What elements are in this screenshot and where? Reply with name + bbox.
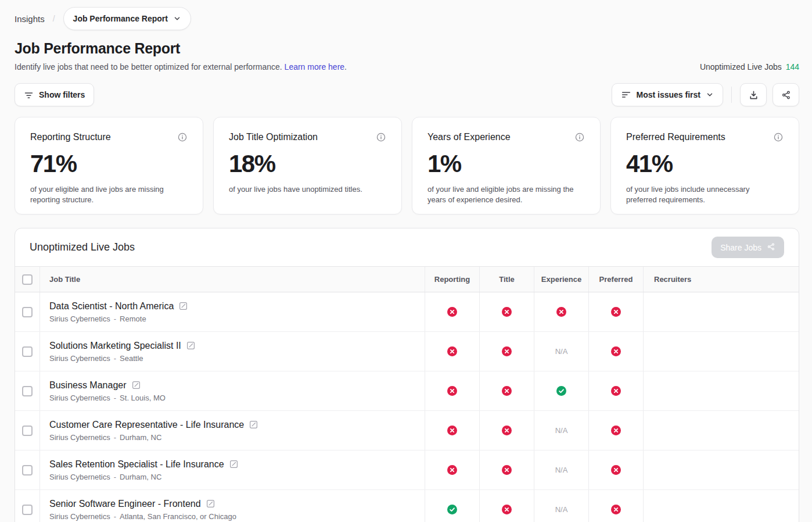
- row-checkbox[interactable]: [22, 426, 33, 436]
- page-title: Job Performance Report: [15, 40, 799, 57]
- stat-card-years-of-experience: Years of Experience 1% of your live and …: [412, 117, 601, 214]
- select-all-checkbox[interactable]: [22, 274, 33, 285]
- job-subtitle: Sirius Cybernetics-Durham, NC: [49, 473, 238, 481]
- stat-card-value: 1%: [427, 150, 585, 178]
- unoptimized-jobs-counter: Unoptimized Live Jobs 144: [700, 62, 799, 71]
- edit-icon[interactable]: [132, 381, 141, 389]
- x-circle-icon: [502, 465, 512, 475]
- status-preferred: [588, 451, 643, 489]
- show-filters-button[interactable]: Show filters: [15, 83, 94, 106]
- table-section-title: Unoptimized Live Jobs: [30, 241, 135, 253]
- download-icon: [748, 90, 759, 101]
- status-experience: [534, 371, 588, 410]
- info-icon[interactable]: [177, 132, 188, 142]
- x-circle-icon: [447, 426, 457, 435]
- stat-card-title: Job Title Optimization: [229, 132, 318, 142]
- table-row: Data Scientist - North America Sirius Cy…: [15, 292, 799, 332]
- unoptimized-jobs-panel: Unoptimized Live Jobs Share Jobs Job Tit…: [15, 228, 799, 522]
- report-selector-label: Job Performance Report: [73, 14, 168, 23]
- column-header-reporting: Reporting: [425, 267, 479, 292]
- status-preferred: [588, 292, 643, 331]
- breadcrumb-insights[interactable]: Insights: [15, 14, 45, 24]
- status-title: [479, 371, 534, 410]
- row-checkbox[interactable]: [22, 307, 33, 317]
- job-title-link[interactable]: Senior Software Engineer - Frontend: [49, 499, 201, 509]
- stat-card-value: 41%: [626, 150, 784, 178]
- row-checkbox[interactable]: [22, 346, 33, 357]
- column-header-experience: Experience: [534, 267, 588, 292]
- subtitle-separator: -: [114, 433, 116, 442]
- job-location: Remote: [120, 314, 146, 323]
- learn-more-link[interactable]: Learn more here: [285, 62, 345, 71]
- counter-label: Unoptimized Live Jobs: [700, 62, 782, 71]
- table-row: Solutions Marketing Specialist II Sirius…: [15, 332, 799, 371]
- job-title-link[interactable]: Business Manager: [49, 380, 127, 391]
- stat-card-value: 71%: [30, 150, 188, 178]
- subtitle-separator: -: [114, 512, 116, 521]
- job-subtitle: Sirius Cybernetics-Remote: [49, 314, 188, 323]
- status-reporting: [425, 371, 479, 410]
- toolbar-divider: [731, 87, 732, 103]
- share-jobs-button[interactable]: Share Jobs: [712, 237, 784, 258]
- status-preferred: [588, 371, 643, 410]
- job-performance-report-page: Insights / Job Performance Report Job Pe…: [0, 0, 812, 522]
- job-subtitle: Sirius Cybernetics-Durham, NC: [49, 433, 258, 442]
- job-company: Sirius Cybernetics: [49, 354, 110, 363]
- check-circle-icon: [556, 386, 566, 396]
- recruiters-cell: [643, 451, 799, 489]
- job-company: Sirius Cybernetics: [49, 433, 110, 442]
- row-checkbox[interactable]: [22, 465, 33, 475]
- job-subtitle: Sirius Cybernetics-St. Louis, MO: [49, 394, 166, 402]
- report-selector-dropdown[interactable]: Job Performance Report: [63, 7, 191, 30]
- download-button[interactable]: [740, 83, 767, 106]
- column-header-title: Title: [479, 267, 534, 292]
- edit-icon[interactable]: [229, 460, 238, 469]
- status-title: [479, 490, 534, 522]
- edit-icon[interactable]: [186, 341, 195, 350]
- x-circle-icon: [611, 465, 621, 475]
- job-title-link[interactable]: Solutions Marketing Specialist II: [49, 341, 181, 351]
- job-title-link[interactable]: Customer Care Representative - Life Insu…: [49, 420, 244, 430]
- x-circle-icon: [447, 386, 457, 396]
- recruiters-cell: [643, 490, 799, 522]
- sort-dropdown-label: Most issues first: [637, 90, 700, 99]
- column-header-recruiters: Recruiters: [643, 267, 799, 292]
- stat-card-description: of your live and eligible jobs are missi…: [427, 184, 580, 206]
- sort-lines-icon: [621, 90, 631, 100]
- row-checkbox[interactable]: [22, 505, 33, 515]
- x-circle-icon: [611, 426, 621, 435]
- edit-icon[interactable]: [179, 302, 188, 310]
- recruiters-cell: [643, 371, 799, 410]
- status-title: [479, 332, 534, 371]
- subtitle-separator: -: [114, 394, 116, 402]
- row-checkbox[interactable]: [22, 386, 33, 396]
- table-row: Business Manager Sirius Cybernetics-St. …: [15, 371, 799, 411]
- job-subtitle: Sirius Cybernetics-Seattle: [49, 354, 195, 363]
- x-circle-icon: [447, 346, 457, 356]
- toolbar: Show filters Most issues first: [15, 83, 799, 106]
- check-circle-icon: [447, 505, 457, 514]
- x-circle-icon: [502, 426, 512, 435]
- status-experience: N/A: [534, 490, 588, 522]
- sort-dropdown[interactable]: Most issues first: [612, 83, 723, 106]
- status-reporting: [425, 332, 479, 371]
- job-title-link[interactable]: Sales Retention Specialist - Life Insura…: [49, 459, 224, 470]
- info-icon[interactable]: [773, 132, 784, 142]
- status-experience: N/A: [534, 451, 588, 489]
- job-company: Sirius Cybernetics: [49, 314, 110, 323]
- status-experience: N/A: [534, 411, 588, 450]
- stat-card-job-title-optimization: Job Title Optimization 18% of your live …: [213, 117, 402, 214]
- edit-icon[interactable]: [206, 499, 215, 508]
- edit-icon[interactable]: [249, 420, 258, 429]
- job-subtitle: Sirius Cybernetics-Atlanta, San Francisc…: [49, 512, 236, 521]
- job-title-link[interactable]: Data Scientist - North America: [49, 301, 174, 312]
- counter-value: 144: [786, 62, 799, 71]
- share-jobs-label: Share Jobs: [720, 243, 761, 252]
- info-icon[interactable]: [376, 132, 386, 142]
- x-circle-icon: [447, 307, 457, 317]
- stat-card-description: of your live jobs have unoptimized title…: [229, 184, 381, 195]
- stat-card-reporting-structure: Reporting Structure 71% of your eligible…: [15, 117, 203, 214]
- share-button[interactable]: [773, 83, 799, 106]
- info-icon[interactable]: [574, 132, 585, 142]
- x-circle-icon: [611, 307, 621, 317]
